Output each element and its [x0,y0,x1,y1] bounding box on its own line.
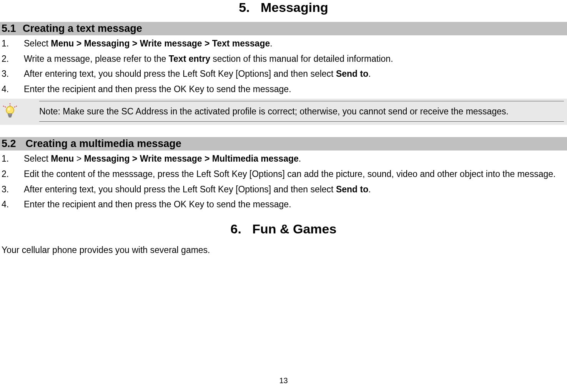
list-number: 1. [0,37,24,51]
list-item: 4. Enter the recipient and then press th… [0,198,567,212]
chapter-6-intro: Your cellular phone provides you with se… [2,243,565,257]
list-item: 2. Edit the content of the messsage, pre… [0,167,567,181]
chapter-6-name: Fun & Games [252,222,336,236]
list-text: Edit the content of the messsage, press … [24,167,567,181]
list-number: 3. [0,183,24,197]
list-text: After entering text, you should press th… [24,183,567,197]
list-number: 1. [0,152,24,166]
list-item: 3. After entering text, you should press… [0,67,567,81]
list-number: 4. [0,83,24,96]
section-5-2-heading: 5.2 Creating a multimedia message [0,137,567,151]
list-item: 3. After entering text, you should press… [0,183,567,197]
list-text: Select Menu > Messaging > Write message … [24,37,567,51]
page-number: 13 [0,376,567,385]
spacer [0,129,567,137]
section-5-1-title: Creating a text message [23,23,142,34]
list-number: 3. [0,67,24,81]
list-text: Enter the recipient and then press the O… [24,198,567,212]
list-text: Write a message, please refer to the Tex… [24,52,567,66]
list-item: 4. Enter the recipient and then press th… [0,83,567,96]
list-item: 2. Write a message, please refer to the … [0,52,567,66]
list-item: 1. Select Menu > Messaging > Write messa… [0,37,567,51]
note-icon-cell [2,101,39,119]
svg-line-0 [3,106,7,108]
list-item: 1. Select Menu > Messaging > Write messa… [0,152,567,166]
section-5-2-number: 5.2 [2,138,16,149]
svg-line-1 [13,106,17,108]
section-5-2-title: Creating a multimedia message [26,138,181,149]
chapter-5-number: 5. [239,0,249,15]
svg-point-3 [6,106,14,114]
list-text: Select Menu > Messaging > Write message … [24,152,567,166]
section-5-2-list: 1. Select Menu > Messaging > Write messa… [0,152,567,212]
section-5-1-heading: 5.1 Creating a text message [0,22,567,35]
list-number: 2. [0,167,24,181]
svg-rect-7 [9,116,11,117]
list-text: After entering text, you should press th… [24,67,567,81]
chapter-5-name: Messaging [261,0,328,15]
list-number: 2. [0,52,24,66]
chapter-6-number: 6. [231,222,241,236]
lightbulb-tip-icon [2,103,18,119]
list-number: 4. [0,198,24,212]
section-5-1-number: 5.1 [2,23,16,34]
svg-point-4 [8,108,10,111]
list-text: Enter the recipient and then press the O… [24,83,567,96]
section-5-1-list: 1. Select Menu > Messaging > Write messa… [0,37,567,96]
spacer [0,214,567,222]
note-text: Note: Make sure the SC Address in the ac… [39,101,564,122]
chapter-6-title: 6. Fun & Games [0,222,567,237]
chapter-5-title: 5. Messaging [0,0,567,15]
svg-rect-5 [8,114,12,115]
note-box: Note: Make sure the SC Address in the ac… [0,99,567,125]
